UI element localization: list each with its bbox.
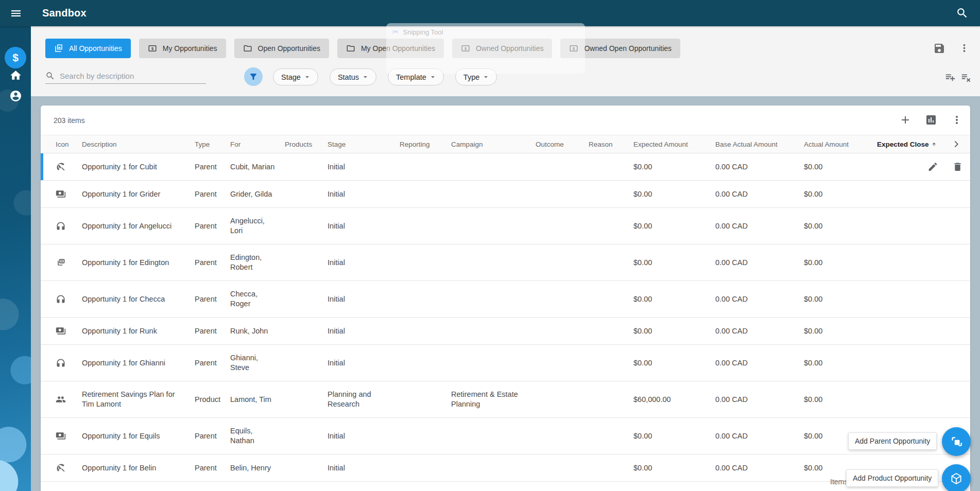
scissors-icon: ✂ — [392, 27, 399, 37]
search-icon[interactable] — [956, 7, 969, 20]
cell-description: Opportunity 1 for Equils — [82, 431, 195, 441]
table-row[interactable]: Opportunity 1 for Equils Parent Equils, … — [41, 418, 970, 454]
table-header: Icon Description Type For Products Stage… — [41, 135, 970, 153]
cell-description: Opportunity 1 for Checca — [82, 294, 195, 304]
column-header-reporting[interactable]: Reporting — [400, 141, 451, 148]
cell-expected-amount: $0.00 — [633, 221, 715, 231]
cell-for: Equils, Nathan — [230, 426, 285, 446]
payments-icon — [56, 189, 66, 199]
column-header-base-actual-amount[interactable]: Base Actual Amount — [715, 141, 804, 148]
column-header-for[interactable]: For — [230, 141, 285, 148]
tooltip-add-product-opportunity: Add Product Opportunity — [846, 469, 938, 487]
column-header-icon[interactable]: Icon — [49, 141, 82, 148]
caret-down-icon — [482, 73, 490, 81]
cell-type: Parent — [195, 221, 230, 231]
svg-text:$: $ — [151, 46, 154, 51]
sidebar-item-opportunities[interactable]: $ — [5, 47, 26, 68]
cell-expected-amount: $60,000.00 — [633, 395, 715, 405]
playlist-add-icon[interactable] — [944, 72, 956, 83]
account-circle-icon[interactable] — [9, 90, 22, 102]
table-row[interactable]: Opportunity 1 for Runk Parent Runk, John… — [41, 318, 970, 345]
cell-actual-amount: $0.00 — [804, 162, 877, 172]
column-header-actual-amount[interactable]: Actual Amount — [804, 141, 877, 148]
cell-for: Grider, Gilda — [230, 189, 285, 199]
cell-expected-amount: $0.00 — [633, 162, 715, 172]
table-row[interactable]: Opportunity 1 for Ghianni Parent Ghianni… — [41, 345, 970, 381]
folder-icon — [243, 44, 252, 53]
table-row[interactable]: Opportunity 1 for Edington Parent Edingt… — [41, 244, 970, 281]
hamburger-menu-icon[interactable] — [10, 7, 22, 20]
table-row[interactable]: Opportunity 1 for Grider Parent Grider, … — [41, 181, 970, 208]
column-header-outcome[interactable]: Outcome — [536, 141, 589, 148]
headset-icon — [56, 294, 66, 304]
cell-stage: Initial — [328, 162, 400, 172]
row-actions — [927, 162, 963, 172]
table-row[interactable]: Retirement Savings Plan for Tim Lamont P… — [41, 381, 970, 418]
umbrella-icon — [56, 463, 66, 473]
money-card-icon: $ — [148, 44, 157, 53]
table-row[interactable]: Opportunity 1 for Angelucci Parent Angel… — [41, 208, 970, 244]
tab-label: Owned Open Opportunities — [584, 44, 672, 52]
filter-button[interactable] — [244, 67, 263, 86]
cell-description: Opportunity 1 for Edington — [82, 258, 195, 268]
opportunities-card: 203 items Icon Description Type For Prod… — [41, 106, 970, 491]
tab-all-opportunities[interactable]: All Opportunities — [45, 39, 131, 58]
stacked-feed-icon — [56, 257, 66, 268]
add-parent-opportunity-fab[interactable] — [942, 427, 971, 456]
add-icon[interactable] — [899, 114, 912, 126]
column-header-campaign[interactable]: Campaign — [451, 141, 536, 148]
cell-base-actual-amount: 0.00 CAD — [715, 189, 804, 199]
tab-label: All Opportunities — [69, 44, 122, 52]
cell-description: Opportunity 1 for Runk — [82, 326, 195, 336]
cell-stage: Initial — [328, 294, 400, 304]
column-header-expected-close[interactable]: Expected Close — [877, 141, 942, 148]
column-header-stage[interactable]: Stage — [328, 141, 400, 148]
tab-my-opportunities[interactable]: $ My Opportunities — [139, 39, 226, 58]
analytics-icon[interactable] — [925, 114, 937, 126]
column-header-description[interactable]: Description — [82, 141, 195, 148]
add-product-opportunity-fab[interactable] — [942, 464, 971, 491]
cell-type: Parent — [195, 162, 230, 172]
column-header-products[interactable]: Products — [285, 141, 328, 148]
table-row[interactable]: Opportunity 1 for Checca Parent Checca, … — [41, 281, 970, 318]
arrow-up-icon — [932, 141, 936, 148]
dropdown-stage[interactable]: Stage — [273, 68, 318, 85]
save-view-icon[interactable] — [933, 42, 945, 55]
search-icon — [45, 71, 55, 81]
caret-down-icon — [361, 73, 370, 81]
column-header-expected-amount[interactable]: Expected Amount — [633, 141, 715, 148]
kebab-menu-icon[interactable] — [958, 42, 970, 54]
cell-base-actual-amount: 0.00 CAD — [715, 358, 804, 368]
search-input[interactable] — [60, 72, 199, 80]
pencil-icon[interactable] — [927, 162, 938, 172]
cell-base-actual-amount: 0.00 CAD — [715, 258, 804, 268]
chevron-right-icon[interactable] — [951, 138, 962, 150]
group-icon — [56, 394, 66, 405]
cell-base-actual-amount: 0.00 CAD — [715, 162, 804, 172]
column-header-type[interactable]: Type — [195, 141, 230, 148]
content-canvas: 203 items Icon Description Type For Prod… — [31, 96, 980, 491]
cell-stage: Initial — [328, 358, 400, 368]
add-parent-icon — [950, 435, 963, 448]
cell-for: Runk, John — [230, 326, 285, 336]
kebab-menu-icon[interactable] — [951, 114, 963, 126]
stacked-views-icon — [54, 44, 63, 53]
home-icon[interactable] — [9, 69, 22, 82]
cell-expected-amount: $0.00 — [633, 463, 715, 473]
column-header-reason[interactable]: Reason — [589, 141, 633, 148]
cell-description: Opportunity 1 for Grider — [82, 189, 195, 199]
trash-icon[interactable] — [952, 162, 963, 172]
cell-stage: Initial — [328, 326, 400, 336]
dropdown-status[interactable]: Status — [330, 68, 376, 85]
payments-icon — [56, 431, 66, 441]
playlist-remove-icon[interactable] — [960, 72, 972, 83]
table-row[interactable]: Opportunity 1 for Cubit Parent Cubit, Ma… — [41, 153, 970, 181]
payments-icon — [56, 326, 66, 336]
caret-down-icon — [428, 73, 437, 81]
cell-base-actual-amount: 0.00 CAD — [715, 221, 804, 231]
cell-actual-amount: $0.00 — [804, 258, 877, 268]
tab-open-opportunities[interactable]: Open Opportunities — [234, 39, 329, 58]
items-count: 203 items — [54, 116, 85, 125]
dollar-circle-icon: $ — [12, 51, 19, 64]
tab-label: Open Opportunities — [258, 44, 320, 52]
